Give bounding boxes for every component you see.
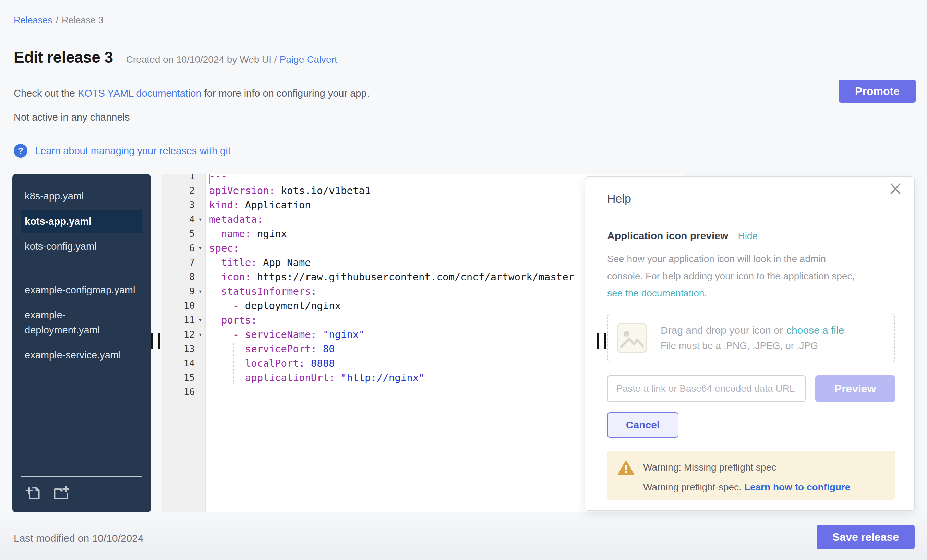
fold-spacer xyxy=(195,385,206,399)
example-file-list: example-configmap.yamlexample-deployment… xyxy=(12,277,151,369)
code-text: - deployment/nginx xyxy=(206,299,341,313)
help-panel-title: Help xyxy=(607,192,895,205)
new-file-icon[interactable] xyxy=(25,485,42,501)
code-text: icon: https://raw.githubusercontent.com/… xyxy=(206,270,574,284)
fold-toggle-icon[interactable]: ▾ xyxy=(195,284,206,299)
line-number: 11 xyxy=(162,313,195,327)
save-release-button[interactable]: Save release xyxy=(817,525,915,549)
channel-status: Not active in any channels xyxy=(14,112,130,123)
line-number: 16 xyxy=(162,385,195,399)
fold-spacer xyxy=(195,226,206,241)
icon-preview-title: Application icon preview xyxy=(607,230,728,241)
fold-toggle-icon[interactable]: ▾ xyxy=(195,212,206,226)
line-number: 3 xyxy=(162,198,195,212)
choose-file-link[interactable]: choose a file xyxy=(786,325,844,336)
git-help-link[interactable]: ? Learn about managing your releases wit… xyxy=(14,144,231,158)
line-number: 1 xyxy=(162,174,195,184)
release-editor-page: Releases/Release 3 Edit release 3 Create… xyxy=(0,0,927,560)
created-by-link[interactable]: Paige Calvert xyxy=(280,54,337,65)
code-text: spec: xyxy=(206,241,239,255)
code-text: localPort: 8888 xyxy=(206,356,335,370)
indent-guide xyxy=(233,342,234,384)
created-meta: Created on 10/10/2024 by Web UI /Paige C… xyxy=(126,54,337,65)
cancel-button[interactable]: Cancel xyxy=(607,412,678,438)
icon-url-row: Preview xyxy=(607,375,895,402)
pane-resize-handle-left-bar[interactable] xyxy=(151,334,153,349)
dropzone-prompt: Drag and drop your icon or xyxy=(661,325,783,336)
promote-button[interactable]: Promote xyxy=(839,79,916,103)
dropzone-requirements: File must be a .PNG, .JPEG, or .JPG xyxy=(661,340,844,351)
fold-spacer xyxy=(195,255,206,270)
close-icon[interactable] xyxy=(889,182,902,195)
code-text: --- xyxy=(206,174,227,184)
file-tree-item-kots-config.yaml[interactable]: kots-config.yaml xyxy=(21,235,142,259)
git-help-label: Learn about managing your releases with … xyxy=(35,145,231,156)
warning-configure-link[interactable]: Learn how to configure xyxy=(744,482,851,492)
file-tree-item-k8s-app.yaml[interactable]: k8s-app.yaml xyxy=(21,184,142,208)
line-number: 5 xyxy=(162,226,195,241)
fold-spacer xyxy=(195,342,206,356)
fold-toggle-icon[interactable]: ▾ xyxy=(195,327,206,342)
code-text: name: nginx xyxy=(206,226,287,241)
line-number: 14 xyxy=(162,356,195,370)
created-text: Created on 10/10/2024 by Web UI / xyxy=(126,54,277,65)
line-number: 10 xyxy=(162,299,195,313)
last-modified-text: Last modified on 10/10/2024 xyxy=(14,533,144,544)
question-mark-icon: ? xyxy=(14,144,27,158)
code-text: applicationUrl: "http://nginx" xyxy=(206,370,425,385)
fold-toggle-icon[interactable]: ▾ xyxy=(195,313,206,327)
breadcrumb: Releases/Release 3 xyxy=(14,15,103,26)
hide-link[interactable]: Hide xyxy=(738,231,758,241)
intro-text: Check out the KOTS YAML documentation fo… xyxy=(14,88,369,99)
warning-body: Warning preflight-spec. xyxy=(643,482,742,492)
icon-url-input[interactable] xyxy=(607,375,805,402)
file-list: k8s-app.yamlkots-app.yamlkots-config.yam… xyxy=(12,174,151,260)
fold-spacer xyxy=(195,370,206,385)
sidebar-toolbar xyxy=(21,477,142,512)
sidebar-spacer xyxy=(12,369,151,477)
code-text: title: App Name xyxy=(206,255,311,270)
pane-resize-handle-left-bar[interactable] xyxy=(158,334,160,349)
icon-dropzone[interactable]: Drag and drop your icon orchoose a file … xyxy=(607,314,895,362)
file-tree-item-example-service.yaml[interactable]: example-service.yaml xyxy=(21,343,142,367)
intro-before: Check out the xyxy=(14,88,78,99)
line-number: 4 xyxy=(162,212,195,226)
file-tree-item-example-deployment.yaml[interactable]: example-deployment.yaml xyxy=(21,303,142,342)
breadcrumb-current: Release 3 xyxy=(62,15,103,25)
kots-yaml-doc-link[interactable]: KOTS YAML documentation xyxy=(78,88,202,99)
preview-button[interactable]: Preview xyxy=(815,375,895,402)
code-text: servicePort: 80 xyxy=(206,342,335,356)
fold-spacer xyxy=(195,174,206,184)
file-tree-item-example-configmap.yaml[interactable]: example-configmap.yaml xyxy=(21,278,142,302)
description-line2: console. For help adding your icon to th… xyxy=(607,271,855,281)
file-tree-divider xyxy=(21,270,142,270)
line-number: 12 xyxy=(162,327,195,342)
pane-resize-handle-right-bar[interactable] xyxy=(597,334,599,349)
doc-link-suffix: . xyxy=(704,288,707,299)
fold-spacer xyxy=(195,299,206,313)
fold-toggle-icon[interactable]: ▾ xyxy=(195,241,206,255)
dropzone-text: Drag and drop your icon orchoose a file … xyxy=(661,325,844,351)
line-number: 8 xyxy=(162,270,195,284)
breadcrumb-releases-link[interactable]: Releases xyxy=(14,15,52,25)
warning-title: Warning: Missing preflight spec xyxy=(643,460,850,473)
image-placeholder-icon xyxy=(617,323,647,353)
file-tree-item-kots-app.yaml[interactable]: kots-app.yaml xyxy=(21,210,142,234)
pane-resize-handle-right-bar[interactable] xyxy=(604,334,606,349)
page-header: Edit release 3 Created on 10/10/2024 by … xyxy=(14,48,337,67)
line-number: 9 xyxy=(162,284,195,299)
icon-preview-description: See how your application icon will look … xyxy=(607,250,895,302)
intro-after: for more info on configuring your app. xyxy=(202,88,369,99)
fold-spacer xyxy=(195,356,206,370)
see-documentation-link[interactable]: see the documentation xyxy=(607,288,704,299)
file-tree-sidebar: k8s-app.yamlkots-app.yamlkots-config.yam… xyxy=(12,174,151,512)
code-text: kind: Application xyxy=(206,198,311,212)
code-text: metadata: xyxy=(206,212,263,226)
line-number: 7 xyxy=(162,255,195,270)
new-folder-icon[interactable] xyxy=(53,485,69,501)
line-number: 13 xyxy=(162,342,195,356)
footer-bar: Last modified on 10/10/2024 Save release xyxy=(0,513,927,560)
code-text: statusInformers: xyxy=(206,284,317,299)
preflight-warning: Warning: Missing preflight spec Warning … xyxy=(607,451,895,500)
description-line1: See how your application icon will look … xyxy=(607,253,826,264)
